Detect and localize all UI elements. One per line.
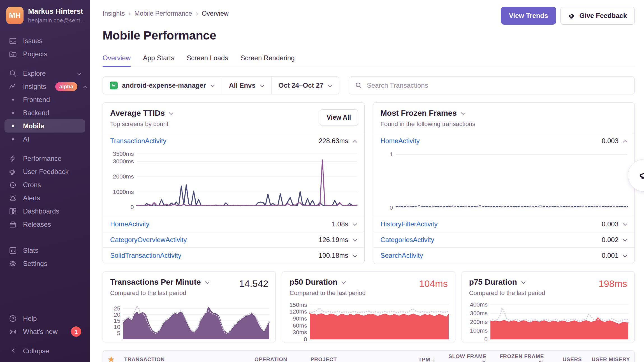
user-menu[interactable]: MH Markus Hinterst… benjamin.coe@sent…	[4, 6, 85, 26]
col-frozen-frame[interactable]: FROZEN FRAME %	[491, 353, 548, 362]
sidebar-item-help[interactable]: Help	[4, 312, 85, 325]
tpm-card: Transactions Per Minute Compared to the …	[103, 271, 276, 342]
alpha-badge: alpha	[55, 82, 78, 91]
tab-app-starts[interactable]: App Starts	[143, 54, 174, 67]
p75-title[interactable]: p75 Duration	[469, 278, 545, 287]
sidebar-item-label: Settings	[23, 260, 47, 268]
page-filters: android-expense-manager All Envs Oct 24–…	[103, 76, 339, 94]
collapse-row-icon[interactable]	[353, 139, 357, 143]
sidebar-item-explore[interactable]: Explore	[4, 67, 85, 80]
sidebar-collapse-button[interactable]: Collapse	[4, 344, 85, 358]
sidebar-item-stats[interactable]: Stats	[4, 244, 85, 257]
sidebar-item-user-feedback[interactable]: User Feedback	[4, 165, 85, 178]
col-tpm[interactable]: TPM↓	[393, 356, 439, 362]
expand-row-icon[interactable]	[353, 222, 357, 226]
bullet-icon	[8, 135, 17, 144]
chevron-down-icon	[521, 280, 525, 284]
chevron-down-icon	[260, 83, 264, 88]
insights-icon	[8, 82, 17, 91]
transaction-row: HomeActivity 1.08s	[103, 216, 364, 232]
tab-screen-rendering[interactable]: Screen Rendering	[240, 54, 295, 67]
broadcast-icon	[8, 327, 17, 336]
breadcrumb-insights[interactable]: Insights	[103, 10, 125, 17]
table-header: ★ TRANSACTION OPERATION PROJECT TPM↓ SLO…	[103, 351, 634, 362]
card-header: Most Frozen Frames Found in the followin…	[373, 103, 635, 133]
app-window: MH Markus Hinterst… benjamin.coe@sent… I…	[0, 0, 644, 362]
p50-title[interactable]: p50 Duration	[289, 278, 366, 287]
megaphone-icon	[639, 170, 644, 181]
view-all-button[interactable]: View All	[320, 109, 358, 126]
sidebar-item-label: Issues	[23, 37, 42, 45]
breadcrumb-overview: Overview	[202, 10, 229, 17]
view-trends-button[interactable]: View Trends	[501, 7, 556, 25]
most-frozen-frames-title[interactable]: Most Frozen Frames	[381, 109, 627, 118]
col-transaction[interactable]: TRANSACTION	[120, 356, 250, 362]
give-feedback-button[interactable]: Give Feedback	[560, 7, 635, 25]
transaction-link[interactable]: HistoryFilterActivity	[381, 220, 438, 228]
sidebar-item-frontend[interactable]: Frontend	[4, 93, 85, 106]
date-range-selector[interactable]: Oct 24–Oct 27	[271, 77, 339, 94]
bullet-icon	[8, 108, 17, 117]
tpm-title[interactable]: Transactions Per Minute	[110, 278, 209, 287]
transaction-link[interactable]: TransactionActivity	[110, 137, 166, 145]
collapse-row-icon[interactable]	[623, 139, 627, 143]
environment-selector[interactable]: All Envs	[222, 77, 271, 94]
sidebar-item-ai[interactable]: AI	[4, 133, 85, 146]
sidebar-item-crons[interactable]: Crons	[4, 178, 85, 191]
transaction-link[interactable]: HomeActivity	[381, 137, 420, 145]
expand-row-icon[interactable]	[623, 253, 627, 258]
p75-value: 198ms	[599, 278, 627, 289]
most-frozen-frames-card: Most Frozen Frames Found in the followin…	[373, 102, 635, 263]
chevron-down-icon	[169, 111, 173, 115]
project-selector[interactable]: android-expense-manager	[103, 77, 222, 94]
transaction-link[interactable]: CategoriesActivity	[381, 236, 434, 244]
sidebar-item-label: Crons	[23, 181, 41, 189]
sidebar-item-whats-new[interactable]: What's new 1	[4, 325, 85, 338]
sidebar-item-alerts[interactable]: Alerts	[4, 191, 85, 205]
sidebar-item-issues[interactable]: Issues	[4, 34, 85, 47]
transaction-row: SolidTransactionActivity 100.18ms	[103, 247, 364, 263]
search-box	[349, 76, 635, 94]
breadcrumb: Insights › Mobile Performance › Overview	[103, 10, 229, 18]
chevron-up-icon	[83, 84, 87, 89]
card-subtitle: Compared to the last period	[469, 289, 545, 297]
header-actions: View Trends Give Feedback	[501, 7, 635, 25]
sidebar-item-performance[interactable]: Performance	[4, 152, 85, 165]
sidebar-item-label: Explore	[23, 69, 46, 77]
megaphone-icon	[568, 12, 576, 20]
transaction-link[interactable]: SearchActivity	[381, 252, 423, 259]
sidebar-item-projects[interactable]: Projects	[4, 47, 85, 61]
col-project[interactable]: PROJECT	[306, 356, 393, 362]
expand-row-icon[interactable]	[353, 238, 357, 242]
transaction-row: CategoriesActivity 0.002	[373, 232, 635, 247]
breadcrumb-mobile-performance[interactable]: Mobile Performance	[135, 10, 192, 17]
transaction-link[interactable]: CategoryOverviewActivity	[110, 236, 187, 244]
expand-row-icon[interactable]	[353, 253, 357, 258]
sidebar-item-label: Alerts	[23, 194, 40, 202]
sidebar-item-settings[interactable]: Settings	[4, 257, 85, 270]
sidebar-item-label: Performance	[23, 155, 61, 163]
sidebar-item-label: Help	[23, 315, 37, 322]
projects-icon	[8, 50, 17, 59]
sidebar-item-dashboards[interactable]: Dashboards	[4, 205, 85, 218]
expand-row-icon[interactable]	[623, 238, 627, 242]
sidebar-item-mobile[interactable]: Mobile	[4, 119, 85, 133]
sidebar-item-backend[interactable]: Backend	[4, 106, 85, 119]
search-transactions-input[interactable]	[367, 82, 628, 89]
transaction-link[interactable]: SolidTransactionActivity	[110, 252, 181, 259]
tab-screen-loads[interactable]: Screen Loads	[187, 54, 228, 67]
col-user-misery[interactable]: USER MISERY	[586, 356, 634, 362]
sidebar-item-insights[interactable]: Insights alpha	[4, 80, 85, 93]
sidebar-item-label: Insights	[23, 83, 46, 90]
col-users[interactable]: USERS	[548, 356, 586, 362]
expand-row-icon[interactable]	[623, 222, 627, 226]
sidebar-nav: Issues Projects Explore Insights alpha F…	[4, 34, 85, 358]
col-slow-frame[interactable]: SLOW FRAME %	[439, 353, 491, 362]
sidebar-item-label: Stats	[23, 247, 38, 254]
chevron-left-icon	[8, 347, 17, 356]
sidebar-item-releases[interactable]: Releases	[4, 218, 85, 231]
col-operation[interactable]: OPERATION	[250, 356, 306, 362]
star-icon[interactable]: ★	[103, 355, 120, 362]
tab-overview[interactable]: Overview	[103, 54, 131, 67]
transaction-link[interactable]: HomeActivity	[110, 220, 149, 228]
